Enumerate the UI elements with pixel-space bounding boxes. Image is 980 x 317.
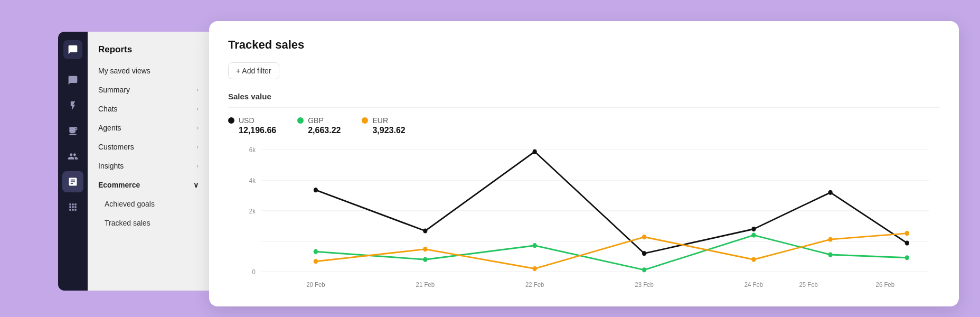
svg-text:23 Feb: 23 Feb — [635, 281, 654, 289]
svg-text:26 Feb: 26 Feb — [876, 281, 895, 289]
eur-dot — [362, 117, 368, 124]
gbp-label: GBP — [308, 116, 324, 125]
eur-value: 3,923.62 — [362, 126, 405, 135]
achieved-goals-label: Achieved goals — [105, 200, 155, 208]
eur-point-4 — [642, 235, 646, 239]
sidebar-section-title: Reports — [88, 40, 209, 61]
eur-point-1 — [314, 259, 318, 264]
eur-point-3 — [533, 266, 537, 271]
page-title: Tracked sales — [228, 38, 940, 52]
usd-point-1 — [314, 188, 318, 192]
agents-chevron: › — [196, 124, 199, 132]
legend-gbp: GBP 2,663.22 — [297, 116, 341, 135]
chat-nav-icon[interactable] — [62, 70, 83, 91]
chats-chevron: › — [196, 105, 199, 113]
sidebar-item-insights[interactable]: Insights › — [88, 156, 209, 175]
chats-label: Chats — [98, 105, 118, 113]
gbp-point-1 — [314, 249, 318, 254]
gbp-point-3 — [533, 243, 537, 248]
app-logo[interactable] — [63, 40, 82, 59]
ecommerce-label: Ecommerce — [98, 181, 140, 189]
gbp-dot — [297, 117, 304, 124]
usd-point-7 — [905, 240, 909, 245]
icon-strip — [58, 32, 88, 291]
chart-legend: USD 12,196.66 GBP 2,663.22 EUR 3,923.62 — [228, 116, 940, 135]
svg-text:2k: 2k — [249, 207, 256, 215]
automation-nav-icon[interactable] — [62, 95, 83, 116]
secondary-sidebar: Reports My saved views Summary › Chats ›… — [88, 32, 209, 291]
customers-chevron: › — [196, 143, 199, 151]
gbp-point-4 — [642, 267, 646, 272]
insights-label: Insights — [98, 162, 124, 170]
apps-nav-icon[interactable] — [62, 197, 83, 218]
main-panel: Tracked sales + Add filter Sales value U… — [209, 21, 959, 306]
sidebar-item-customers[interactable]: Customers › — [88, 137, 209, 156]
summary-label: Summary — [98, 86, 130, 94]
sidebar-subitem-achieved-goals[interactable]: Achieved goals — [88, 194, 209, 213]
ecommerce-chevron: ∨ — [193, 181, 199, 189]
sidebar-item-summary[interactable]: Summary › — [88, 80, 209, 99]
gbp-point-7 — [905, 255, 909, 260]
tracked-sales-label: Tracked sales — [105, 219, 150, 227]
usd-point-4 — [642, 251, 646, 256]
usd-point-5 — [751, 227, 756, 231]
saved-views-label: My saved views — [98, 67, 150, 75]
legend-usd: USD 12,196.66 — [228, 116, 276, 135]
insights-chevron: › — [196, 162, 199, 170]
customers-label: Customers — [98, 143, 134, 151]
agents-label: Agents — [98, 124, 121, 132]
usd-dot — [228, 117, 234, 124]
usd-value: 12,196.66 — [228, 126, 276, 135]
reports-nav-icon[interactable] — [62, 171, 83, 192]
eur-label: EUR — [372, 116, 388, 125]
contacts-nav-icon[interactable] — [62, 146, 83, 167]
eur-point-5 — [751, 257, 756, 262]
usd-point-2 — [423, 228, 427, 233]
sidebar-item-saved-views[interactable]: My saved views — [88, 61, 209, 80]
svg-text:25 Feb: 25 Feb — [799, 281, 818, 289]
chart-section-title: Sales value — [228, 92, 940, 108]
inbox-nav-icon[interactable] — [62, 120, 83, 142]
chart-svg: 6k 4k 2k 0 20 Feb 21 Feb 22 Feb 23 Feb 2… — [228, 144, 940, 302]
add-filter-button[interactable]: + Add filter — [228, 62, 279, 79]
sidebar-item-chats[interactable]: Chats › — [88, 99, 209, 118]
sidebar-subitem-tracked-sales[interactable]: Tracked sales — [88, 213, 209, 232]
usd-point-3 — [533, 149, 537, 154]
svg-text:21 Feb: 21 Feb — [416, 281, 435, 289]
svg-text:0: 0 — [252, 268, 256, 276]
gbp-point-5 — [751, 232, 756, 237]
gbp-value: 2,663.22 — [297, 126, 341, 135]
svg-text:22 Feb: 22 Feb — [525, 281, 544, 289]
eur-point-7 — [905, 231, 909, 236]
gbp-point-2 — [423, 257, 427, 262]
svg-text:24 Feb: 24 Feb — [745, 281, 764, 289]
usd-label: USD — [239, 116, 255, 125]
sidebar-item-ecommerce[interactable]: Ecommerce ∨ — [88, 175, 209, 194]
gbp-point-6 — [828, 252, 832, 257]
usd-point-6 — [828, 190, 832, 195]
svg-text:4k: 4k — [249, 176, 256, 184]
summary-chevron: › — [196, 86, 199, 94]
eur-point-6 — [828, 237, 832, 242]
svg-text:20 Feb: 20 Feb — [306, 281, 325, 289]
sales-chart: 6k 4k 2k 0 20 Feb 21 Feb 22 Feb 23 Feb 2… — [228, 144, 940, 302]
sidebar-item-agents[interactable]: Agents › — [88, 118, 209, 137]
eur-point-2 — [423, 247, 427, 251]
legend-eur: EUR 3,923.62 — [362, 116, 405, 135]
svg-text:6k: 6k — [249, 146, 256, 154]
